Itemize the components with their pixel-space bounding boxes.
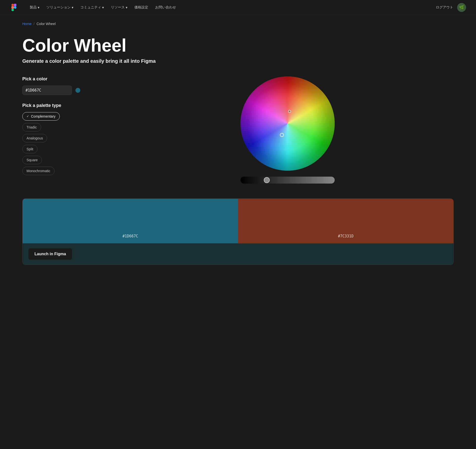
palette-options: ✓ Complementary Triadic Analogous Split … (22, 112, 102, 175)
chevron-down-icon: ▾ (38, 5, 39, 9)
color-wheel-handle-upper[interactable] (288, 110, 291, 113)
svg-rect-0 (11, 4, 14, 6)
breadcrumb-separator: / (33, 22, 34, 26)
brightness-slider-container (240, 177, 335, 184)
chevron-down-icon: ▾ (72, 5, 73, 9)
palette-color-block-1: #1D667C (23, 199, 238, 243)
color-hex-input[interactable] (26, 88, 73, 93)
chevron-down-icon: ▾ (126, 5, 127, 9)
page-title: Color Wheel (22, 36, 454, 55)
svg-point-4 (14, 6, 16, 9)
palette-color-block-2: #7C331D (238, 199, 453, 243)
palette-option-label: Triadic (27, 125, 37, 129)
breadcrumb-current: Color Wheel (36, 22, 56, 26)
avatar[interactable]: 🌿 (457, 3, 466, 12)
breadcrumb: Home / Color Wheel (0, 15, 476, 26)
nav-item-contact[interactable]: お問い合わせ (153, 4, 178, 11)
palette-option-label: Analogous (27, 136, 43, 140)
breadcrumb-home-link[interactable]: Home (22, 22, 31, 26)
brightness-track[interactable] (240, 177, 335, 184)
color-wheel-handle-lower[interactable] (280, 133, 284, 137)
palette-colors: #1D667C #7C331D (23, 199, 453, 243)
nav-item-resources[interactable]: リソース ▾ (108, 4, 130, 11)
nav-item-products[interactable]: 製品 ▾ (27, 4, 42, 11)
palette-option-analogous[interactable]: Analogous (22, 134, 47, 142)
svg-rect-2 (11, 9, 14, 11)
palette-option-complementary[interactable]: ✓ Complementary (22, 112, 60, 121)
palette-color-hex-1: #1D667C (122, 234, 138, 238)
color-input-row[interactable] (22, 86, 72, 95)
palette-option-triadic[interactable]: Triadic (22, 123, 41, 131)
figma-logo[interactable] (10, 3, 19, 12)
brightness-thumb[interactable] (264, 177, 270, 183)
page-subtitle: Generate a color palette and easily brin… (22, 58, 454, 64)
pick-palette-label: Pick a palette type (22, 103, 102, 108)
left-panel: Pick a color Pick a palette type ✓ Compl… (22, 76, 102, 175)
svg-rect-1 (11, 6, 14, 9)
nav-right: ログアウト 🌿 (436, 3, 466, 12)
palette-footer: Launch in Figma (23, 243, 453, 265)
color-preview-dot (75, 88, 80, 93)
palette-result: #1D667C #7C331D Launch in Figma (22, 198, 454, 265)
palette-option-label: Square (27, 158, 38, 162)
palette-option-label: Monochromatic (27, 169, 50, 173)
check-icon: ✓ (27, 115, 29, 118)
palette-option-monochromatic[interactable]: Monochromatic (22, 167, 55, 175)
main-content: Color Wheel Generate a color palette and… (0, 26, 476, 275)
nav-item-solutions[interactable]: ソリューション ▾ (44, 4, 76, 11)
color-section: Pick a color Pick a palette type ✓ Compl… (22, 76, 454, 184)
chevron-down-icon: ▾ (102, 5, 104, 9)
color-wheel[interactable] (240, 76, 335, 171)
wheel-container (121, 76, 454, 184)
nav-item-pricing[interactable]: 価格設定 (132, 4, 151, 11)
navigation: 製品 ▾ ソリューション ▾ コミュニティ ▾ リソース ▾ 価格設定 お問い合… (0, 0, 476, 15)
palette-option-label: Complementary (31, 114, 56, 118)
launch-figma-button[interactable]: Launch in Figma (29, 248, 72, 260)
palette-option-square[interactable]: Square (22, 156, 42, 164)
nav-item-community[interactable]: コミュニティ ▾ (78, 4, 106, 11)
logout-button[interactable]: ログアウト (436, 5, 453, 10)
palette-option-label: Split (27, 147, 33, 151)
palette-option-split[interactable]: Split (22, 145, 37, 153)
palette-color-hex-2: #7C331D (338, 234, 354, 238)
svg-rect-3 (14, 4, 16, 6)
pick-color-label: Pick a color (22, 76, 102, 82)
nav-items: 製品 ▾ ソリューション ▾ コミュニティ ▾ リソース ▾ 価格設定 お問い合… (27, 4, 428, 11)
